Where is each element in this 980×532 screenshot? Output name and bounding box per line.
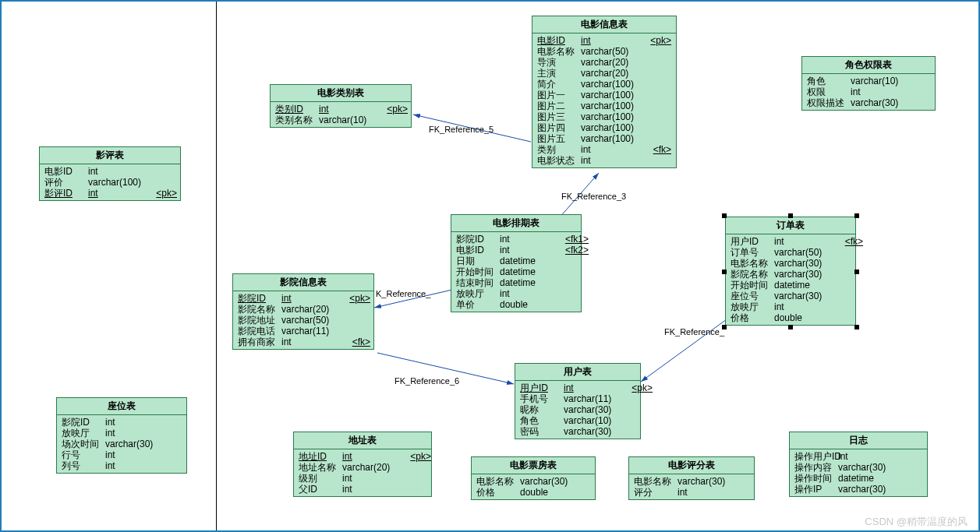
entity-row: 操作时间datetime <box>794 473 922 484</box>
column-name: 类别名称 <box>275 115 319 125</box>
entity-row: 导演varchar(20) <box>537 57 671 68</box>
entity-title: 电影信息表 <box>532 16 676 33</box>
entity-row: 价格double <box>476 487 590 498</box>
entity-row: 主演varchar(20) <box>537 68 671 79</box>
column-type: varchar(30) <box>774 291 837 301</box>
entity-rows: 影院IDint<pk>影院名称varchar(20)影院地址varchar(50… <box>233 291 373 349</box>
entity-address[interactable]: 地址表地址IDint<pk>地址名称varchar(20)级别int父IDint <box>293 432 432 497</box>
entity-row: 级别int <box>299 473 426 484</box>
column-type: varchar(100) <box>581 122 643 133</box>
column-name: 电影名称 <box>476 476 520 487</box>
entity-title: 电影票房表 <box>472 457 595 474</box>
entity-row: 父IDint <box>299 484 426 495</box>
entity-title: 日志 <box>790 432 927 449</box>
entity-row: 图片四varchar(100) <box>537 122 671 133</box>
entity-cinema[interactable]: 影院信息表影院IDint<pk>影院名称varchar(20)影院地址varch… <box>232 273 374 350</box>
column-type: varchar(100) <box>581 100 643 111</box>
column-name: 导演 <box>537 57 581 68</box>
column-name: 地址名称 <box>299 462 342 473</box>
column-name: 结束时间 <box>456 277 500 288</box>
entity-row: 密码varchar(30) <box>520 426 635 437</box>
column-name: 价格 <box>731 312 774 323</box>
entity-review[interactable]: 影评表电影IDint评价varchar(100)影评IDint<pk> <box>39 146 181 201</box>
entity-log[interactable]: 日志操作用户IDint操作内容varchar(30)操作时间datetime操作… <box>789 432 928 497</box>
column-type: datetime <box>838 473 900 484</box>
column-name: 影院名称 <box>238 304 281 315</box>
selection-handle[interactable] <box>788 213 793 218</box>
column-name: 影评ID <box>44 188 88 199</box>
selection-handle[interactable] <box>854 325 859 329</box>
selection-handle[interactable] <box>788 325 793 329</box>
selection-handle[interactable] <box>722 325 727 329</box>
column-name: 评价 <box>44 177 88 188</box>
entity-rating[interactable]: 电影评分表电影名称varchar(30)评分int <box>628 456 755 500</box>
entity-movie-info[interactable]: 电影信息表电影IDint<pk>电影名称varchar(50)导演varchar… <box>532 16 677 168</box>
entity-user[interactable]: 用户表用户IDint<pk>手机号varchar(11)昵称varchar(30… <box>515 363 641 439</box>
entity-row: 单价double <box>456 299 576 310</box>
column-name: 场次时间 <box>62 439 105 449</box>
column-name: 行号 <box>62 449 105 460</box>
column-type: varchar(20) <box>342 462 405 473</box>
entity-row: 影院地址varchar(50) <box>238 315 369 326</box>
entity-seat[interactable]: 座位表影院IDint放映厅int场次时间varchar(30)行号int列号in… <box>56 397 187 474</box>
column-key: <fk2> <box>562 245 589 255</box>
entity-rows: 类别IDint<pk>类别名称varchar(10) <box>271 102 411 127</box>
entity-row: 影院IDint<fk1> <box>456 234 576 245</box>
entity-title: 影评表 <box>40 147 180 164</box>
column-key: <pk> <box>150 188 177 199</box>
column-name: 父ID <box>299 484 342 495</box>
entity-row: 电影IDint<pk> <box>537 35 671 46</box>
entity-row: 结束时间datetime <box>456 277 576 288</box>
entity-rows: 操作用户IDint操作内容varchar(30)操作时间datetime操作IP… <box>790 449 927 496</box>
entity-row: 图片二varchar(100) <box>537 100 671 111</box>
entity-row: 图片五varchar(100) <box>537 133 671 144</box>
column-type: int <box>774 301 837 312</box>
selection-handle[interactable] <box>722 270 727 274</box>
column-name: 权限 <box>807 86 851 97</box>
entity-role-permission[interactable]: 角色权限表角色varchar(10)权限int权限描述varchar(30) <box>801 56 936 111</box>
fk-label-6: FK_Reference_6 <box>394 376 459 386</box>
selection-handle[interactable] <box>854 270 859 274</box>
entity-row: 影评IDint<pk> <box>44 188 175 199</box>
entity-row: 操作IPvarchar(30) <box>794 484 922 495</box>
entity-row: 权限描述varchar(30) <box>807 97 930 108</box>
entity-rows: 角色varchar(10)权限int权限描述varchar(30) <box>802 74 935 110</box>
entity-row: 场次时间varchar(30) <box>62 439 182 449</box>
column-type: varchar(11) <box>564 393 626 404</box>
column-type: varchar(30) <box>564 404 626 415</box>
entity-row: 评价varchar(100) <box>44 177 175 188</box>
entity-row: 权限int <box>807 86 930 97</box>
entity-title: 角色权限表 <box>802 57 935 74</box>
entity-row: 昵称varchar(30) <box>520 404 635 415</box>
entity-order[interactable]: 订单表用户IDint<fk>订单号varchar(50)电影名称varchar(… <box>725 217 856 326</box>
column-type: varchar(100) <box>581 79 643 90</box>
column-name: 座位号 <box>731 291 774 301</box>
column-type: int <box>105 417 168 428</box>
column-type: varchar(30) <box>838 484 900 495</box>
column-name: 简介 <box>537 79 581 90</box>
selection-handle[interactable] <box>722 213 727 218</box>
column-name: 角色 <box>520 415 564 426</box>
column-key: <pk> <box>626 382 653 393</box>
column-type: int <box>342 473 405 484</box>
entity-row: 拥有商家int<fk> <box>238 336 369 347</box>
entity-row: 列号int <box>62 460 182 471</box>
entity-title: 订单表 <box>726 217 855 234</box>
column-type: double <box>774 312 837 323</box>
column-name: 权限描述 <box>807 97 851 108</box>
fk-label-k: K_Reference_ <box>376 289 430 298</box>
column-name: 影院ID <box>456 234 500 245</box>
column-type: int <box>105 428 168 439</box>
column-type: varchar(20) <box>581 57 643 68</box>
entity-row: 角色varchar(10) <box>520 415 635 426</box>
entity-movie-category[interactable]: 电影类别表类别IDint<pk>类别名称varchar(10) <box>270 84 412 128</box>
entity-row: 电影名称varchar(30) <box>634 476 749 487</box>
entity-row: 图片三varchar(100) <box>537 111 671 122</box>
column-type: varchar(30) <box>678 476 740 487</box>
entity-box-office[interactable]: 电影票房表电影名称varchar(30)价格double <box>471 456 596 500</box>
entity-schedule[interactable]: 电影排期表影院IDint<fk1>电影IDint<fk2>日期datetime开… <box>451 214 582 312</box>
entity-row: 图片一varchar(100) <box>537 90 671 100</box>
column-type: varchar(10) <box>564 415 626 426</box>
selection-handle[interactable] <box>854 213 859 218</box>
column-type: int <box>581 144 643 155</box>
